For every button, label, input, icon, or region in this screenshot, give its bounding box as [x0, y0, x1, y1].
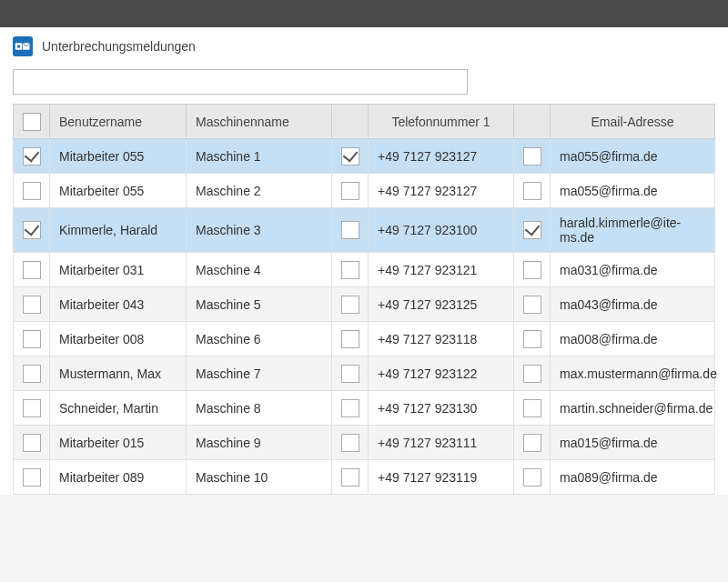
email-checkbox-cell[interactable]: [514, 426, 551, 460]
phone-checkbox[interactable]: [341, 147, 359, 166]
email-checkbox[interactable]: [523, 330, 541, 348]
table-row[interactable]: Mitarbeiter 089Maschine 10+49 7127 92311…: [14, 460, 715, 495]
phone-checkbox[interactable]: [341, 434, 359, 452]
cell-email: ma055@firma.de: [551, 174, 715, 208]
cell-name: Mustermann, Max: [50, 356, 187, 391]
row-checkbox[interactable]: [23, 330, 41, 348]
email-checkbox[interactable]: [523, 182, 541, 200]
phone-checkbox-cell[interactable]: [332, 391, 369, 426]
checkbox-icon[interactable]: [23, 113, 41, 131]
cell-name: Mitarbeiter 031: [50, 253, 187, 287]
email-checkbox-cell[interactable]: [514, 287, 551, 322]
row-checkbox[interactable]: [23, 468, 41, 487]
cell-name: Mitarbeiter 055: [50, 174, 187, 208]
table-row[interactable]: Schneider, MartinMaschine 8+49 7127 9231…: [14, 391, 715, 426]
row-checkbox-cell[interactable]: [14, 287, 50, 322]
phone-checkbox[interactable]: [341, 182, 359, 200]
phone-checkbox-cell[interactable]: [332, 322, 369, 356]
email-checkbox-cell[interactable]: [514, 391, 551, 426]
phone-checkbox-cell[interactable]: [332, 460, 369, 495]
table-row[interactable]: Mitarbeiter 015Maschine 9+49 7127 923111…: [14, 426, 715, 460]
row-checkbox-cell[interactable]: [14, 253, 50, 287]
phone-checkbox-cell[interactable]: [332, 287, 369, 322]
search-input[interactable]: [13, 69, 468, 95]
phone-checkbox[interactable]: [341, 399, 359, 417]
email-checkbox[interactable]: [523, 147, 541, 166]
table-row[interactable]: Mitarbeiter 008Maschine 6+49 7127 923118…: [14, 322, 715, 356]
cell-email: harald.kimmerle@ite-ms.de: [551, 208, 715, 253]
email-checkbox[interactable]: [523, 296, 541, 314]
cell-phone: +49 7127 923125: [369, 287, 514, 322]
email-checkbox-cell[interactable]: [514, 460, 551, 495]
email-checkbox[interactable]: [523, 221, 541, 239]
row-checkbox[interactable]: [23, 365, 41, 383]
phone-checkbox[interactable]: [341, 221, 359, 239]
header-name[interactable]: Benutzername: [50, 105, 187, 139]
table-row[interactable]: Mitarbeiter 055Maschine 2+49 7127 923127…: [14, 174, 715, 208]
row-checkbox-cell[interactable]: [14, 391, 50, 426]
app-icon: [13, 36, 33, 56]
row-checkbox[interactable]: [23, 182, 41, 200]
cell-name: Mitarbeiter 008: [50, 322, 187, 356]
row-checkbox[interactable]: [23, 434, 41, 452]
row-checkbox[interactable]: [23, 261, 41, 279]
phone-checkbox-cell[interactable]: [332, 426, 369, 460]
cell-name: Mitarbeiter 043: [50, 287, 187, 322]
cell-phone: +49 7127 923118: [369, 322, 514, 356]
cell-machine: Maschine 8: [187, 391, 332, 426]
phone-checkbox[interactable]: [341, 261, 359, 279]
cell-email: ma015@firma.de: [551, 426, 715, 460]
cell-machine: Maschine 10: [187, 460, 332, 495]
cell-machine: Maschine 7: [187, 356, 332, 391]
phone-checkbox[interactable]: [341, 365, 359, 383]
phone-checkbox-cell[interactable]: [332, 356, 369, 391]
email-checkbox-cell[interactable]: [514, 356, 551, 391]
email-checkbox[interactable]: [523, 365, 541, 383]
cell-phone: +49 7127 923119: [369, 460, 514, 495]
email-checkbox-cell[interactable]: [514, 174, 551, 208]
header-email-chk: [514, 105, 551, 139]
table-row[interactable]: Kimmerle, HaraldMaschine 3+49 7127 92310…: [14, 208, 715, 253]
email-checkbox[interactable]: [523, 468, 541, 487]
row-checkbox-cell[interactable]: [14, 460, 50, 495]
email-checkbox[interactable]: [523, 399, 541, 417]
row-checkbox[interactable]: [23, 221, 41, 239]
row-checkbox-cell[interactable]: [14, 356, 50, 391]
email-checkbox-cell[interactable]: [514, 253, 551, 287]
header-select-all[interactable]: [14, 105, 50, 139]
window-topbar: [0, 0, 728, 27]
row-checkbox-cell[interactable]: [14, 174, 50, 208]
email-checkbox-cell[interactable]: [514, 322, 551, 356]
row-checkbox-cell[interactable]: [14, 208, 50, 253]
table-row[interactable]: Mustermann, MaxMaschine 7+49 7127 923122…: [14, 356, 715, 391]
phone-checkbox-cell[interactable]: [332, 208, 369, 253]
phone-checkbox-cell[interactable]: [332, 253, 369, 287]
email-checkbox-cell[interactable]: [514, 208, 551, 253]
table-wrap: Benutzername Maschinenname Telefonnummer…: [0, 104, 728, 495]
row-checkbox[interactable]: [23, 147, 41, 166]
cell-machine: Maschine 1: [187, 139, 332, 174]
table-row[interactable]: Mitarbeiter 031Maschine 4+49 7127 923121…: [14, 253, 715, 287]
phone-checkbox-cell[interactable]: [332, 174, 369, 208]
cell-name: Mitarbeiter 055: [50, 139, 187, 174]
phone-checkbox[interactable]: [341, 330, 359, 348]
phone-checkbox[interactable]: [341, 468, 359, 487]
phone-checkbox-cell[interactable]: [332, 139, 369, 174]
row-checkbox[interactable]: [23, 296, 41, 314]
table-row[interactable]: Mitarbeiter 043Maschine 5+49 7127 923125…: [14, 287, 715, 322]
email-checkbox[interactable]: [523, 261, 541, 279]
phone-checkbox[interactable]: [341, 296, 359, 314]
row-checkbox-cell[interactable]: [14, 322, 50, 356]
header-email[interactable]: Email-Adresse: [551, 105, 715, 139]
header-phone[interactable]: Telefonnummer 1: [369, 105, 514, 139]
email-checkbox-cell[interactable]: [514, 139, 551, 174]
cell-phone: +49 7127 923100: [369, 208, 514, 253]
row-checkbox-cell[interactable]: [14, 139, 50, 174]
cell-machine: Maschine 9: [187, 426, 332, 460]
row-checkbox-cell[interactable]: [14, 426, 50, 460]
email-checkbox[interactable]: [523, 434, 541, 452]
table-row[interactable]: Mitarbeiter 055Maschine 1+49 7127 923127…: [14, 139, 715, 174]
header-machine[interactable]: Maschinenname: [187, 105, 332, 139]
row-checkbox[interactable]: [23, 399, 41, 417]
cell-phone: +49 7127 923130: [369, 391, 514, 426]
